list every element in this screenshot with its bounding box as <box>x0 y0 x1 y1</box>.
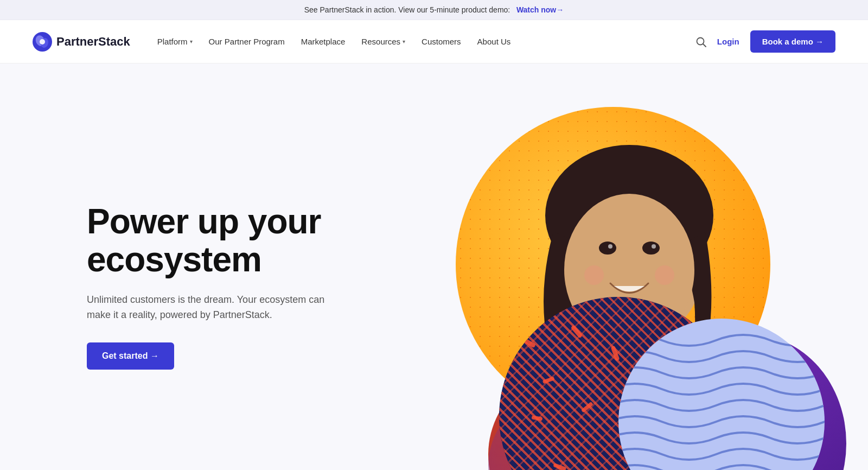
svg-point-12 <box>642 242 660 255</box>
chevron-down-icon: ▾ <box>403 39 405 45</box>
logo-icon <box>33 32 52 52</box>
nav-about-us[interactable]: About Us <box>477 37 511 46</box>
hero-title: Power up your ecosystem <box>87 202 385 279</box>
chevron-down-icon: ▾ <box>190 39 193 45</box>
svg-rect-21 <box>571 325 583 338</box>
banner-link[interactable]: Watch now→ <box>516 5 564 14</box>
svg-point-13 <box>608 244 612 249</box>
svg-point-16 <box>655 265 674 285</box>
logo-text: PartnerStack <box>56 35 130 49</box>
banner-text: See PartnerStack in action. View our 5-m… <box>304 5 510 14</box>
hero-subtitle: Unlimited customers is the dream. Your e… <box>87 292 336 323</box>
svg-rect-20 <box>542 376 555 384</box>
hero-content: Power up your ecosystem Unlimited custom… <box>87 202 385 370</box>
svg-point-14 <box>652 244 656 249</box>
nav-resources[interactable]: Resources ▾ <box>361 37 405 46</box>
nav-partner-program[interactable]: Our Partner Program <box>209 37 285 46</box>
svg-point-3 <box>40 39 45 45</box>
top-banner: See PartnerStack in action. View our 5-m… <box>0 0 868 20</box>
logo[interactable]: PartnerStack <box>33 32 130 52</box>
svg-line-5 <box>703 44 706 47</box>
main-nav: PartnerStack Platform ▾ Our Partner Prog… <box>0 20 868 63</box>
svg-rect-28 <box>553 463 566 470</box>
svg-rect-23 <box>581 402 593 413</box>
get-started-button[interactable]: Get started → <box>87 342 174 370</box>
search-button[interactable] <box>695 36 706 47</box>
login-button[interactable]: Login <box>717 37 739 46</box>
svg-point-11 <box>599 242 616 255</box>
hero-section: Power up your ecosystem Unlimited custom… <box>0 63 868 470</box>
svg-rect-22 <box>531 415 542 421</box>
book-demo-button[interactable]: Book a demo → <box>750 30 835 53</box>
nav-customers[interactable]: Customers <box>422 37 461 46</box>
nav-right: Login Book a demo → <box>695 30 835 53</box>
nav-links: Platform ▾ Our Partner Program Marketpla… <box>157 37 695 46</box>
svg-rect-24 <box>610 345 620 361</box>
hero-illustration <box>391 85 868 470</box>
svg-point-15 <box>584 265 604 285</box>
search-icon <box>695 36 706 47</box>
nav-platform[interactable]: Platform ▾ <box>157 37 193 46</box>
nav-marketplace[interactable]: Marketplace <box>301 37 346 46</box>
